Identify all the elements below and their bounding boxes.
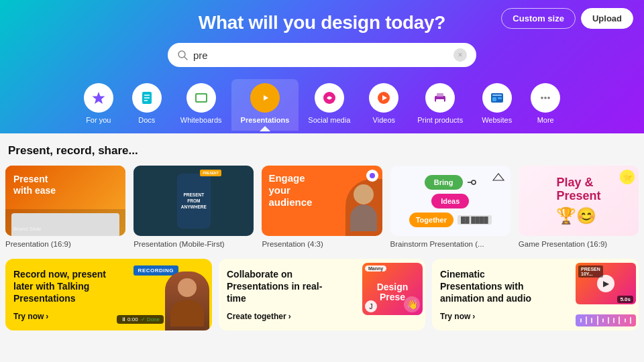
template-label-4-3: Presentation (4:3) <box>262 240 382 248</box>
cinematic-preview: PRESEN10Y... ▶ 5.0s <box>576 263 636 304</box>
docs-icon <box>132 83 162 113</box>
print-products-label: Print products <box>417 116 463 124</box>
main-content: Present, record, share... Presentwith ea… <box>0 133 644 341</box>
social-media-label: Social media <box>308 116 350 124</box>
template-label-brainstorm: Brainstorm Presentation (... <box>390 240 511 248</box>
search-input[interactable] <box>193 50 448 61</box>
template-label-16-9: Presentation (16:9) <box>5 240 125 248</box>
category-presentations[interactable]: Presentations <box>231 79 299 131</box>
active-indicator <box>260 126 270 131</box>
svg-rect-8 <box>197 95 206 101</box>
thumb-brainstorm: Bring Ideas Together ██ ████ <box>390 166 511 236</box>
svg-point-22 <box>544 97 547 99</box>
promo-card-collaborate[interactable]: Collaborate on Presentations in real-tim… <box>219 259 425 330</box>
whiteboards-label: Whiteboards <box>180 116 222 124</box>
thumb-present-ease: Presentwith ease Brand Slide <box>5 166 125 236</box>
header-actions: Custom size Upload <box>501 8 633 29</box>
svg-line-1 <box>184 57 187 60</box>
category-social-media[interactable]: Social media <box>299 79 360 131</box>
svg-rect-20 <box>498 97 502 99</box>
thumb-game: Play &Present 🏆😊 ⭐ <box>519 166 639 236</box>
promo-card-talking[interactable]: RECORDING Record now, present later with… <box>5 259 212 330</box>
promo-link-cinematic[interactable]: Try now › <box>440 312 547 321</box>
playback-controls: ⏸ 0:00 ✓ Done <box>117 315 164 324</box>
promo-card-cinematic[interactable]: Cinematic Presentations with animation a… <box>432 259 639 330</box>
category-websites[interactable]: Websites <box>472 79 521 131</box>
category-print-products[interactable]: Print products <box>408 79 472 131</box>
search-bar: × <box>168 43 476 67</box>
template-label-game: Game Presentation (16:9) <box>519 240 639 248</box>
search-icon <box>177 50 188 60</box>
svg-marker-2 <box>92 92 105 104</box>
header: Custom size Upload What will you design … <box>0 0 644 133</box>
search-bar-wrapper: × <box>13 43 631 67</box>
more-icon <box>531 83 560 113</box>
videos-label: Videos <box>373 116 395 124</box>
category-for-you[interactable]: For you <box>74 79 123 131</box>
section-title: Present, record, share... <box>5 144 639 158</box>
category-docs[interactable]: Docs <box>123 79 171 131</box>
template-label-mobile: Presentation (Mobile-First) <box>133 240 254 248</box>
docs-label: Docs <box>138 116 155 124</box>
promo-link-collaborate[interactable]: Create together › <box>227 312 337 321</box>
category-videos[interactable]: Videos <box>360 79 408 131</box>
websites-label: Websites <box>482 116 512 124</box>
svg-point-24 <box>472 180 476 184</box>
template-card-brainstorm[interactable]: Bring Ideas Together ██ ████ Brainstorm … <box>390 166 511 248</box>
print-products-icon <box>425 83 455 113</box>
thumb-engage: Engageyouraudience <box>262 166 382 236</box>
template-row: Presentwith ease Brand Slide Presentatio… <box>5 166 639 248</box>
websites-icon <box>482 83 512 113</box>
svg-rect-19 <box>492 97 496 101</box>
category-whiteboards[interactable]: Whiteboards <box>171 79 231 131</box>
for-you-label: For you <box>86 116 111 124</box>
category-nav: For you Docs Whiteboards Presentations <box>13 79 631 133</box>
upload-button[interactable]: Upload <box>581 8 633 29</box>
thumb-mobile-first: PRESENTFROMANYWHERE PRESENT <box>133 166 254 236</box>
svg-rect-18 <box>492 95 502 96</box>
svg-rect-15 <box>437 93 443 97</box>
for-you-icon <box>84 83 113 113</box>
svg-point-21 <box>541 97 543 99</box>
social-media-icon <box>315 83 344 113</box>
svg-point-23 <box>547 97 550 99</box>
category-more[interactable]: More <box>521 79 570 131</box>
avatar-talking <box>165 272 209 330</box>
template-card-4-3[interactable]: Engageyouraudience Presentation (4:3) <box>262 166 382 248</box>
promo-title-collaborate: Collaborate on Presentations in real-tim… <box>227 268 337 305</box>
presentations-icon <box>250 83 280 113</box>
template-card-mobile[interactable]: PRESENTFROMANYWHERE PRESENT Presentation… <box>133 166 254 248</box>
recording-badge: RECORDING <box>133 265 178 276</box>
svg-rect-16 <box>436 99 444 103</box>
promo-title-cinematic: Cinematic Presentations with animation a… <box>440 268 547 305</box>
whiteboards-icon <box>186 83 216 113</box>
custom-size-button[interactable]: Custom size <box>501 8 576 29</box>
more-label: More <box>537 116 554 124</box>
promo-link-talking[interactable]: Try now › <box>13 312 118 321</box>
promo-title-talking: Record now, present later with Talking P… <box>13 268 118 305</box>
presentations-label: Presentations <box>241 116 290 124</box>
template-card-game[interactable]: Play &Present 🏆😊 ⭐ Game Presentation (16… <box>519 166 639 248</box>
videos-icon <box>369 83 398 113</box>
collaborate-preview: Manny DesignPrese 👋 J <box>362 263 423 315</box>
search-clear-button[interactable]: × <box>453 48 467 62</box>
template-card-16-9[interactable]: Presentwith ease Brand Slide Presentatio… <box>5 166 125 248</box>
audio-wave <box>576 314 636 326</box>
promo-row: RECORDING Record now, present later with… <box>5 259 639 330</box>
